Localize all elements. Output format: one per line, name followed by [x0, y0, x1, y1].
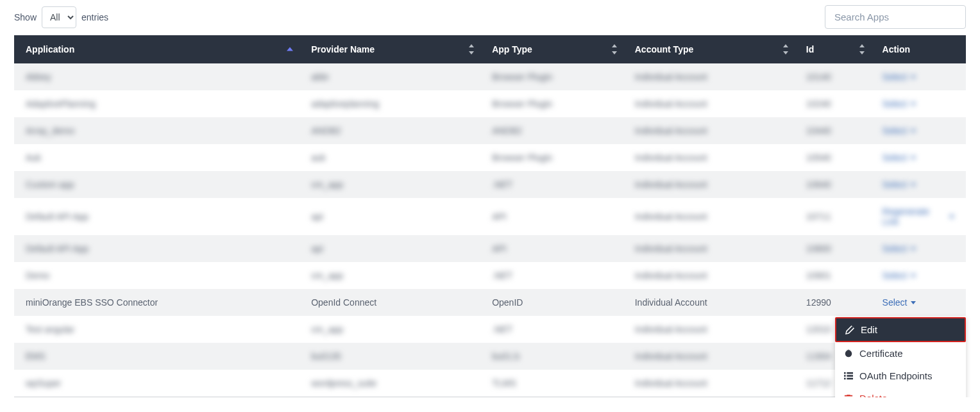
cell-app-type: .NET [480, 316, 623, 343]
action-select-link[interactable]: Regenerate Link [883, 206, 954, 227]
col-header-application[interactable]: Application [14, 35, 300, 63]
cell-app-type: ANDB2 [480, 117, 623, 144]
action-select-link[interactable]: Select [883, 99, 917, 109]
cell-application-value: wpSuper [26, 378, 61, 388]
cell-action: Select [871, 171, 966, 198]
action-label: Select [883, 126, 908, 136]
cell-account-type: Individual Account [623, 316, 795, 343]
action-select-link[interactable]: Select [883, 72, 917, 82]
cell-app-type: OpenID [480, 289, 623, 316]
cell-id-value: 10540 [806, 152, 831, 163]
cell-provider: api [300, 235, 480, 262]
cell-provider-value: auk [311, 152, 326, 163]
cell-provider: ANDB2 [300, 117, 480, 144]
cell-application-value: Default API App [26, 211, 89, 222]
cell-provider-value: abbr [311, 72, 329, 82]
apps-table: Application Provider Name App Type Accou… [14, 35, 966, 397]
cell-app-type: Browser Plugin [480, 63, 623, 90]
cell-app-type: Browser Plugin [480, 144, 623, 171]
cell-action: Select [871, 235, 966, 262]
cell-id: 10440 [795, 117, 871, 144]
table-header-row: Application Provider Name App Type Accou… [14, 35, 966, 63]
action-select-link[interactable]: Select [883, 126, 917, 136]
cell-account-type-value: Individual Account [635, 243, 707, 254]
dropdown-item-oauth-endpoints[interactable]: OAuth Endpoints [835, 365, 966, 387]
cell-id-value: 10901 [806, 270, 831, 281]
table-top-bar: Show All entries [14, 5, 966, 35]
cell-application: Test angular [14, 316, 300, 343]
cell-provider-value: ANDB2 [311, 126, 341, 136]
cell-app-type-value: ANDB2 [492, 126, 522, 136]
dropdown-item-edit[interactable]: Edit [835, 317, 966, 342]
table-body: AbbeyabbrBrowser PluginIndividual Accoun… [14, 63, 966, 397]
chevron-down-icon [949, 215, 954, 218]
cell-account-type: Individual Account [623, 370, 795, 397]
cell-application: Auk [14, 144, 300, 171]
action-select-link[interactable]: Select [883, 179, 917, 190]
cell-action: Select [871, 144, 966, 171]
cell-id-value: 10711 [806, 211, 831, 222]
action-select-link[interactable]: Select [883, 152, 917, 163]
cell-id: 10240 [795, 90, 871, 117]
chevron-down-icon [911, 76, 916, 79]
cell-account-type: Individual Account [623, 289, 795, 316]
table-row: EMSbu0135bu01.bIndividual Account11904Se… [14, 343, 966, 370]
dropdown-label: Edit [861, 324, 877, 335]
chevron-down-icon [911, 183, 916, 186]
cell-application-value: miniOrange EBS SSO Connector [26, 297, 158, 308]
svg-rect-3 [844, 375, 846, 377]
cell-id-value: 12990 [806, 297, 831, 308]
cell-account-type: Individual Account [623, 235, 795, 262]
cell-provider-value: api [311, 243, 323, 254]
cell-action: Select [871, 63, 966, 90]
action-select-link[interactable]: Select [883, 270, 917, 281]
cell-app-type-value: TLMS [492, 378, 516, 388]
chevron-down-icon [911, 156, 916, 160]
dropdown-item-delete[interactable]: Delete [835, 387, 966, 397]
cell-id-value: 12010 [806, 324, 831, 334]
cell-account-type-value: Individual Account [635, 378, 707, 388]
cell-account-type: Individual Account [623, 90, 795, 117]
cell-account-type: Individual Account [623, 117, 795, 144]
action-select-link[interactable]: Select [883, 297, 917, 308]
table-row: Test angularcm_app.NETIndividual Account… [14, 316, 966, 343]
col-header-action: Action [871, 35, 966, 63]
cell-app-type-value: .NET [492, 324, 512, 334]
cell-provider-value: api [311, 211, 323, 222]
sort-icon [612, 44, 617, 54]
col-header-app-type[interactable]: App Type [480, 35, 623, 63]
action-label: Select [883, 72, 908, 82]
action-select-link[interactable]: Select [883, 243, 917, 254]
action-label: Select [883, 179, 908, 190]
search-input[interactable] [825, 5, 966, 29]
dropdown-label: OAuth Endpoints [859, 370, 932, 381]
table-row: AbbeyabbrBrowser PluginIndividual Accoun… [14, 63, 966, 90]
chevron-down-icon [911, 103, 916, 106]
cell-account-type-value: Individual Account [635, 126, 707, 136]
dropdown-item-certificate[interactable]: Certificate [835, 342, 966, 365]
cell-provider: cm_app [300, 262, 480, 289]
col-header-id[interactable]: Id [795, 35, 871, 63]
table-row: wpSuperwordpress_suiteTLMSIndividual Acc… [14, 370, 966, 397]
action-label: Select [883, 152, 908, 163]
cell-id: 10711 [795, 198, 871, 235]
length-control: Show All entries [14, 6, 108, 28]
cell-account-type: Individual Account [623, 63, 795, 90]
svg-rect-5 [844, 377, 846, 379]
cell-provider: adaptiveplanning [300, 90, 480, 117]
cell-account-type-value: Individual Account [635, 270, 707, 281]
col-header-provider[interactable]: Provider Name [300, 35, 480, 63]
table-row: Custom appcm_app.NETIndividual Account10… [14, 171, 966, 198]
cell-id: 10640 [795, 171, 871, 198]
length-select[interactable]: All [42, 6, 76, 28]
cell-application: wpSuper [14, 370, 300, 397]
cell-app-type: bu01.b [480, 343, 623, 370]
apps-table-wrap: Application Provider Name App Type Accou… [14, 35, 966, 397]
cell-account-type: Individual Account [623, 262, 795, 289]
cell-provider: auk [300, 144, 480, 171]
action-label: Select [883, 297, 908, 308]
sort-asc-icon [287, 47, 293, 51]
col-header-account-type[interactable]: Account Type [623, 35, 795, 63]
cell-id: 10140 [795, 63, 871, 90]
dropdown-label: Certificate [859, 348, 903, 359]
